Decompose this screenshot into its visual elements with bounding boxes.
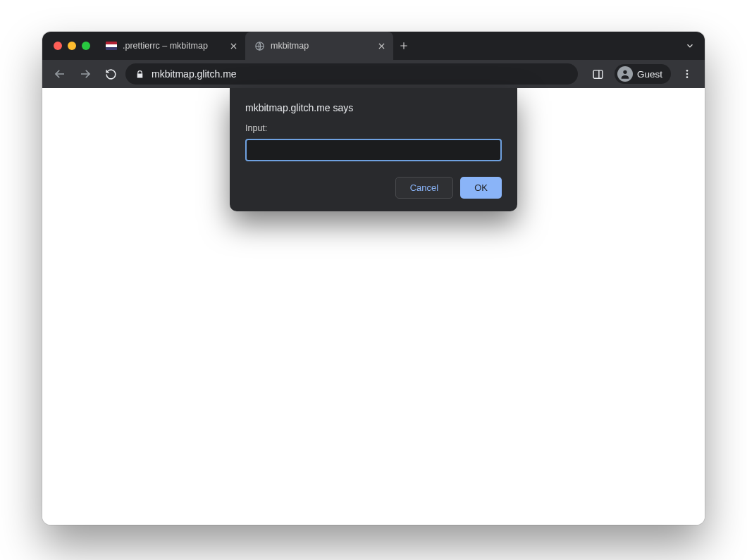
tab-strip: .prettierrc – mkbitmap mkbitmap xyxy=(42,32,705,60)
dialog-buttons: Cancel OK xyxy=(245,177,502,199)
back-button[interactable] xyxy=(49,63,70,85)
tab-title: .prettierrc – mkbitmap xyxy=(123,41,208,51)
reload-button[interactable] xyxy=(100,63,121,85)
tab-mkbitmap[interactable]: mkbitmap xyxy=(245,32,393,60)
dialog-prompt-label: Input: xyxy=(245,123,502,133)
forward-button[interactable] xyxy=(75,63,96,85)
dialog-input[interactable] xyxy=(245,139,502,161)
close-window-button[interactable] xyxy=(54,42,62,50)
js-prompt-dialog: mkbitmap.glitch.me says Input: Cancel OK xyxy=(230,88,517,211)
flag-favicon-icon xyxy=(106,40,117,51)
person-icon xyxy=(617,66,633,82)
address-bar[interactable]: mkbitmap.glitch.me xyxy=(125,63,578,85)
browser-window: .prettierrc – mkbitmap mkbitmap xyxy=(42,32,705,525)
svg-point-12 xyxy=(686,70,689,72)
profile-button[interactable]: Guest xyxy=(615,64,671,84)
tab-title: mkbitmap xyxy=(271,41,309,51)
svg-rect-9 xyxy=(594,70,603,77)
window-menu-button[interactable] xyxy=(675,32,705,60)
svg-point-11 xyxy=(623,70,626,74)
close-tab-icon[interactable] xyxy=(229,42,238,51)
dialog-origin: mkbitmap.glitch.me says xyxy=(245,102,502,113)
minimize-window-button[interactable] xyxy=(68,42,76,50)
maximize-window-button[interactable] xyxy=(82,42,90,50)
svg-point-13 xyxy=(686,73,689,75)
toolbar-right: Guest xyxy=(582,63,698,85)
page-content: mkbitmap.glitch.me says Input: Cancel OK xyxy=(42,88,705,525)
ok-button[interactable]: OK xyxy=(460,177,502,199)
toolbar: mkbitmap.glitch.me Guest xyxy=(42,60,705,88)
kebab-menu-button[interactable] xyxy=(677,63,698,85)
globe-favicon-icon xyxy=(254,40,265,51)
profile-label: Guest xyxy=(637,69,662,80)
side-panel-button[interactable] xyxy=(588,63,609,85)
window-controls xyxy=(49,32,97,60)
lock-icon xyxy=(135,70,144,79)
svg-point-14 xyxy=(686,76,689,78)
cancel-button[interactable]: Cancel xyxy=(395,177,453,199)
new-tab-button[interactable] xyxy=(393,32,414,60)
close-tab-icon[interactable] xyxy=(377,42,386,51)
url-text: mkbitmap.glitch.me xyxy=(152,68,237,80)
tab-prettierrc[interactable]: .prettierrc – mkbitmap xyxy=(97,32,245,60)
